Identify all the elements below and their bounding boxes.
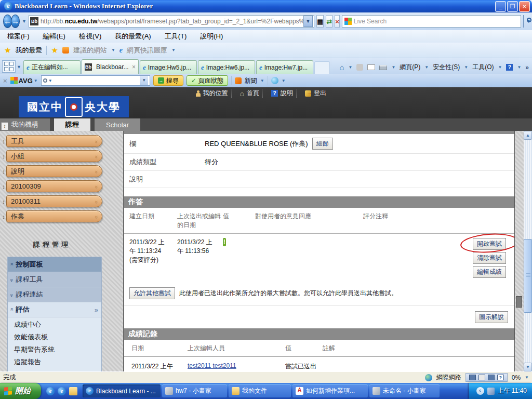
submenu-grade-center[interactable]: 成績中心 [8, 318, 101, 331]
submenu-tracking-reports[interactable]: 追蹤報告 [8, 356, 101, 368]
add-favorite-icon[interactable]: ★ [51, 46, 58, 55]
details-button[interactable]: 細節 [312, 138, 333, 150]
forward-button[interactable]: → [11, 15, 20, 28]
drag-handle-icon[interactable]: ↕ [1, 214, 6, 220]
help-link[interactable]: ? 說明 [268, 89, 297, 98]
tools-menu-dropdown-icon[interactable]: ▼ [498, 65, 502, 70]
zoom-level[interactable]: 0% [512, 374, 521, 381]
drag-handle-icon[interactable]: ↕ [1, 168, 6, 175]
page-menu-button[interactable]: 網頁(P) [400, 63, 420, 72]
avg-search-scope-icon[interactable]: ▼ [48, 78, 52, 83]
menu-favorites[interactable]: 我的最愛(A) [115, 32, 151, 41]
close-button[interactable]: × [519, 1, 530, 12]
ie-quicklaunch-icon[interactable]: e [46, 387, 55, 395]
home-link[interactable]: ⌂ 首頁 [237, 89, 263, 98]
tab-image-hw5[interactable]: e Image:Hw5.jp... [140, 60, 197, 74]
control-panel-header[interactable]: » 控制面板 [8, 257, 101, 272]
sidebar-item-tools[interactable]: 工具» [6, 135, 102, 147]
help-dropdown-icon[interactable]: ▼ [517, 65, 521, 70]
tray-app-icon[interactable] [487, 388, 495, 395]
avg-weather-dropdown-icon[interactable]: ▼ [282, 78, 286, 83]
panel-item-course-links[interactable]: » 課程連結 [8, 287, 101, 302]
my-places-link[interactable]: 我的位置 [193, 89, 232, 98]
taskbar-button-blackboard[interactable]: e Blackboard Learn - ... [83, 384, 161, 397]
language-bar[interactable]: ? [466, 373, 508, 382]
search-go-button[interactable] [523, 15, 524, 28]
avg-search-button[interactable]: → 搜尋 [153, 75, 183, 86]
tab-scholar[interactable]: Scholar [95, 118, 140, 131]
panel-item-course-tools[interactable]: » 課程工具 [8, 272, 101, 287]
live-search-input[interactable]: Live Search [342, 15, 521, 28]
favorites-button[interactable]: 我的最愛 [15, 46, 42, 55]
tab-editing[interactable]: e 正在編輯如... [23, 60, 81, 74]
minimize-button[interactable]: _ [495, 1, 506, 12]
drag-handle-icon[interactable]: ↕ [1, 138, 6, 144]
menu-tools[interactable]: 工具(T) [165, 32, 187, 41]
open-in-new-icon[interactable]: » [95, 306, 98, 314]
compatibility-view-button[interactable]: ▦ [316, 15, 324, 28]
tab-close-icon[interactable]: × [132, 63, 136, 71]
quick-tabs-button[interactable] [2, 60, 16, 73]
page-menu-dropdown-icon[interactable]: ▼ [424, 65, 429, 70]
sidebar-item-groups[interactable]: 小組» [6, 150, 102, 162]
new-tab-stub[interactable] [314, 61, 330, 74]
editor-user-link[interactable]: test2011 test2011 [188, 362, 236, 369]
safety-menu-button[interactable]: 安全性(S) [433, 63, 460, 72]
drag-handle-icon[interactable]: ↕ [1, 153, 6, 159]
home-icon[interactable]: ⌂ [339, 63, 344, 72]
avg-page-status-button[interactable]: ✓ 頁面狀態 [187, 75, 228, 86]
submenu-performance-dashboard[interactable]: 效能儀表板 [8, 331, 101, 343]
avg-weather-icon[interactable] [271, 77, 278, 84]
taskbar-button-untitled-paint[interactable]: 未命名 - 小畫家 [369, 384, 440, 397]
vertical-scrollbar[interactable]: ▲ ▼ [524, 131, 532, 371]
open-attempt-button[interactable]: 開啟嘗試 [473, 238, 506, 250]
address-input[interactable]: Bb http://bb.ncu.edu.tw/webapps/portal/f… [29, 15, 314, 28]
tab-courses[interactable]: 課程 [54, 118, 90, 131]
submenu-early-warning[interactable]: 早期警告系統 [8, 343, 101, 356]
sidebar-item-help[interactable]: 說明» [6, 165, 102, 177]
drag-handle-icon[interactable]: ↕ [1, 183, 6, 190]
panel-item-evaluation[interactable]: » 評估 » [8, 302, 101, 317]
scroll-down-arrow[interactable]: ▼ [524, 363, 532, 371]
mail-icon[interactable] [367, 64, 375, 70]
scroll-up-arrow[interactable]: ▲ [524, 131, 532, 140]
logout-link[interactable]: 登出 [302, 89, 329, 98]
tab-list-dropdown-icon[interactable]: ▼ [17, 64, 21, 70]
menu-view[interactable]: 檢視(V) [79, 32, 101, 41]
menu-edit[interactable]: 編輯(E) [43, 32, 65, 41]
tab-image-hw7[interactable]: e Image:Hw7.jp... [256, 60, 313, 74]
avg-search-input[interactable]: ▼ ▼ [41, 75, 150, 86]
toolbar-overflow-chevron[interactable]: » [525, 64, 529, 71]
ime-icon[interactable] [488, 375, 495, 380]
pen-icon[interactable] [478, 375, 485, 380]
refresh-button[interactable]: ⇄ [326, 15, 332, 28]
taskbar-button-hw7-paint[interactable]: hw7 - 小畫家 [162, 384, 227, 397]
tools-menu-button[interactable]: 工具(O) [472, 63, 494, 72]
avg-logo[interactable]: AVG ▼ [10, 77, 38, 85]
sidebar-item-assignments[interactable]: 作業» [6, 210, 102, 222]
avg-dropdown-icon[interactable]: ▼ [34, 78, 38, 83]
icon-legend-button[interactable]: 圖示解說 [475, 311, 508, 323]
home-dropdown-icon[interactable]: ▼ [348, 65, 352, 70]
avg-search-dropdown-button[interactable]: ▼ [140, 76, 148, 85]
address-dropdown-button[interactable]: ▼ [303, 16, 313, 27]
zoom-dropdown-icon[interactable]: ▼ [525, 375, 529, 380]
tab-image-hw6[interactable]: e Image:Hw6.jp... [198, 60, 255, 74]
sidebar-item-20100309[interactable]: 20100309» [6, 180, 102, 192]
avg-news-dropdown-icon[interactable]: ▼ [260, 78, 264, 83]
edit-grade-button[interactable]: 編輯成績 [473, 266, 506, 278]
scrollbar-thumb[interactable] [524, 239, 532, 313]
ie-quicklaunch-icon-2[interactable]: e [58, 387, 66, 395]
help-icon[interactable]: ? [506, 64, 513, 71]
allow-additional-attempt-button[interactable]: 允許其他嘗試 [129, 287, 175, 299]
clear-attempt-button[interactable]: 清除嘗試 [473, 252, 506, 264]
menu-help[interactable]: 說明(H) [200, 32, 223, 41]
folder-quicklaunch-icon[interactable] [69, 387, 77, 395]
taskbar-button-my-documents[interactable]: 我的文件 [229, 384, 291, 397]
print-icon[interactable] [379, 65, 387, 70]
tray-collapse-icon[interactable]: ‹ [476, 387, 484, 395]
sidebar-item-20100311[interactable]: 20100311» [6, 195, 102, 207]
suggested-sites-button[interactable]: 建議的網站 [73, 46, 107, 55]
ime-help-icon[interactable]: ? [497, 375, 504, 380]
tab-blackboard-active[interactable]: Bb Blackboar... × [82, 59, 139, 74]
